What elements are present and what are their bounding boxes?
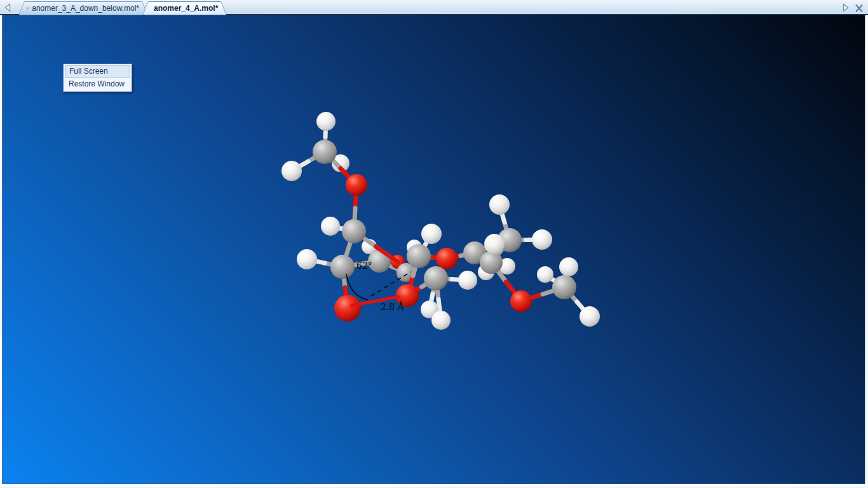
menu-item-restore-window[interactable]: Restore Window <box>65 78 130 90</box>
menu-item-label: Full Screen <box>69 67 108 76</box>
right-triangle-icon <box>841 3 850 13</box>
app-window: 62°2.8 Å anomer_3_A_down_below.mol* <box>0 0 868 488</box>
scroll-tabs-right-button[interactable] <box>840 2 850 13</box>
close-tab-button[interactable] <box>853 2 864 13</box>
tab-label: anomer_4_A.mol* <box>154 1 218 15</box>
tab-anomer-4[interactable]: anomer_4_A.mol* <box>142 1 227 15</box>
scroll-tabs-left-button[interactable] <box>3 2 13 13</box>
menu-item-label: Restore Window <box>69 79 125 88</box>
context-menu: Full Screen Restore Window <box>63 64 132 92</box>
tab-bar: anomer_3_A_down_below.mol* anomer_4_A.mo… <box>0 0 868 15</box>
menu-item-full-screen[interactable]: Full Screen <box>65 65 130 78</box>
mol-document-icon <box>27 3 29 13</box>
tab-anomer-3[interactable]: anomer_3_A_down_below.mol* <box>18 1 148 15</box>
left-triangle-icon <box>3 3 12 13</box>
tab-label: anomer_3_A_down_below.mol* <box>32 1 139 15</box>
close-x-icon <box>854 3 864 13</box>
